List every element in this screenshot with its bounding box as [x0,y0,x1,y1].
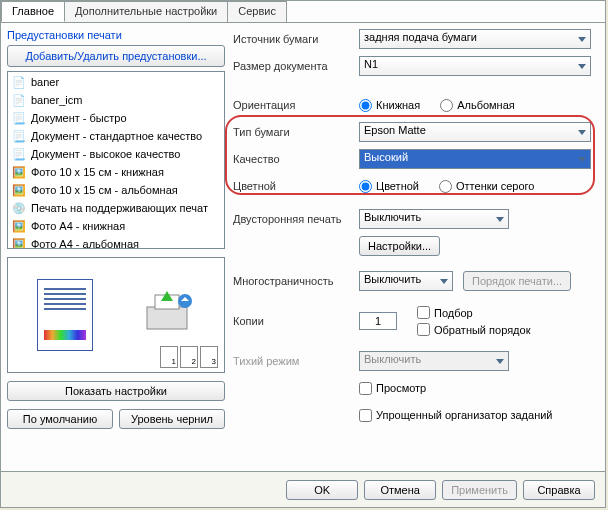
list-item-label: baner [31,76,59,88]
collate-checkbox[interactable] [417,306,430,319]
add-remove-presets-button[interactable]: Добавить/Удалить предустановки... [7,45,225,67]
preset-list[interactable]: 📄baner 📄baner_icm 📃Документ - быстро 📃До… [7,71,225,249]
list-item[interactable]: 📃Документ - высокое качество [9,145,223,163]
page-num-icon: 1 [160,346,178,368]
document-preview-icon [37,279,93,351]
preview-panel: 1 2 3 [7,257,225,373]
collate-label: Подбор [434,307,473,319]
doc-icon: 📃 [11,110,27,126]
page-icon: 📄 [11,74,27,90]
ink-levels-button[interactable]: Уровень чернил [119,409,225,429]
radio-label: Книжная [376,99,420,111]
tab-service[interactable]: Сервис [227,1,287,22]
simple-organizer-checkbox[interactable] [359,409,372,422]
reverse-order-checkbox[interactable] [417,323,430,336]
tab-bar: Главное Дополнительные настройки Сервис [1,1,605,23]
preview-checkbox[interactable] [359,382,372,395]
list-item[interactable]: 🖼️Фото 10 x 15 см - альбомная [9,181,223,199]
quiet-mode-label: Тихий режим [233,355,359,367]
doc-size-label: Размер документа [233,60,359,72]
multipage-label: Многостраничность [233,275,359,287]
ok-button[interactable]: OK [286,480,358,500]
list-item[interactable]: 💿Печать на поддерживающих печат [9,199,223,217]
list-item-label: Фото 10 x 15 см - книжная [31,166,164,178]
preview-label: Просмотр [376,382,426,394]
page-num-icon: 3 [200,346,218,368]
dialog-buttons: OK Отмена Применить Справка [1,471,605,507]
doc-size-select[interactable]: N1 [359,56,591,76]
duplex-label: Двусторонняя печать [233,213,359,225]
list-item[interactable]: 🖼️Фото А4 - книжная [9,217,223,235]
paper-source-label: Источник бумаги [233,33,359,45]
orientation-label: Ориентация [233,99,359,111]
presets-title: Предустановки печати [7,29,225,41]
page-order-icons: 1 2 3 [160,346,218,368]
color-label: Цветной [233,180,359,192]
doc-icon: 📃 [11,128,27,144]
defaults-button[interactable]: По умолчанию [7,409,113,429]
simple-organizer-label: Упрощенный организатор заданий [376,409,553,421]
duplex-select[interactable]: Выключить [359,209,509,229]
orientation-landscape-radio[interactable]: Альбомная [440,99,515,112]
photo-icon: 🖼️ [11,164,27,180]
doc-icon: 📃 [11,146,27,162]
printer-icon [139,287,195,343]
list-item[interactable]: 🖼️Фото А4 - альбомная [9,235,223,249]
copies-input[interactable] [359,312,397,330]
photo-icon: 🖼️ [11,182,27,198]
quiet-mode-select: Выключить [359,351,509,371]
radio-label: Альбомная [457,99,515,111]
copies-label: Копии [233,315,359,327]
paper-source-select[interactable]: задняя подача бумаги [359,29,591,49]
list-item-label: baner_icm [31,94,82,106]
page-icon: 📄 [11,92,27,108]
list-item[interactable]: 📄baner_icm [9,91,223,109]
multipage-select[interactable]: Выключить [359,271,453,291]
photo-icon: 🖼️ [11,236,27,249]
page-num-icon: 2 [180,346,198,368]
help-button[interactable]: Справка [523,480,595,500]
list-item-label: Документ - стандартное качество [31,130,202,142]
radio-label: Цветной [376,180,419,192]
tab-main[interactable]: Главное [1,1,65,22]
reverse-order-label: Обратный порядок [434,324,530,336]
quality-label: Качество [233,153,359,165]
list-item-label: Фото 10 x 15 см - альбомная [31,184,178,196]
apply-button: Применить [442,480,517,500]
list-item-label: Печать на поддерживающих печат [31,202,208,214]
list-item[interactable]: 📄baner [9,73,223,91]
tab-advanced[interactable]: Дополнительные настройки [64,1,228,22]
show-settings-button[interactable]: Показать настройки [7,381,225,401]
list-item[interactable]: 📃Документ - стандартное качество [9,127,223,145]
color-color-radio[interactable]: Цветной [359,180,419,193]
list-item[interactable]: 📃Документ - быстро [9,109,223,127]
svg-rect-0 [147,307,187,329]
paper-type-select[interactable]: Epson Matte [359,122,591,142]
list-item-label: Фото А4 - книжная [31,220,125,232]
list-item-label: Документ - быстро [31,112,127,124]
disc-icon: 💿 [11,200,27,216]
photo-icon: 🖼️ [11,218,27,234]
cancel-button[interactable]: Отмена [364,480,436,500]
list-item[interactable]: 🖼️Фото 10 x 15 см - книжная [9,163,223,181]
paper-type-label: Тип бумаги [233,126,359,138]
radio-label: Оттенки серого [456,180,534,192]
list-item-label: Фото А4 - альбомная [31,238,139,249]
color-gray-radio[interactable]: Оттенки серого [439,180,534,193]
quality-select[interactable]: Высокий [359,149,591,169]
settings-button[interactable]: Настройки... [359,236,440,256]
list-item-label: Документ - высокое качество [31,148,180,160]
print-order-button: Порядок печати... [463,271,571,291]
orientation-portrait-radio[interactable]: Книжная [359,99,420,112]
